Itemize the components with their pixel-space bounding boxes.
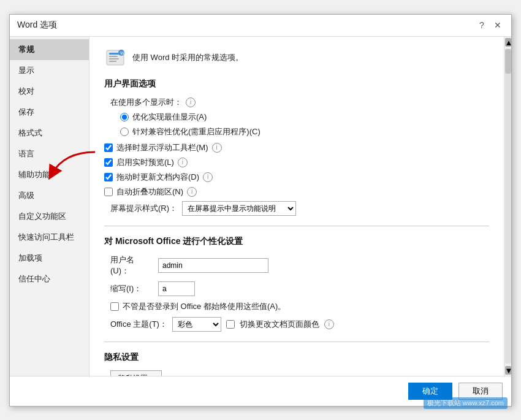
theme-label: Office 主题(T)：	[110, 319, 167, 330]
username-input[interactable]	[158, 258, 268, 273]
privacy-section-title: 隐私设置	[104, 352, 489, 363]
floating-toolbar-row: 选择时显示浮动工具栏(M) i	[104, 142, 489, 153]
multi-display-label-row: 在使用多个显示时： i	[110, 97, 489, 108]
sidebar-item-language[interactable]: 语言	[10, 143, 89, 164]
sidebar-item-accessibility[interactable]: 辅助功能	[10, 164, 89, 185]
radio-compat[interactable]	[120, 128, 129, 136]
radio-compat-row: 针对兼容性优化(需重启应用程序)(C)	[110, 126, 489, 137]
svg-rect-3	[109, 58, 119, 59]
ui-section-title: 用户界面选项	[104, 78, 489, 90]
scrollbar-track	[505, 49, 511, 364]
ok-button[interactable]: 确定	[408, 383, 452, 400]
content-area: 常规 显示 校对 保存 格式式 语言 辅助功能 高级 自定义功能区 快速访问工具…	[10, 37, 511, 376]
floating-toolbar-info-icon[interactable]: i	[212, 143, 222, 153]
multi-display-info-icon[interactable]: i	[186, 97, 196, 107]
theme-select[interactable]: 彩色 深灰色 黑色 白色	[172, 317, 221, 332]
live-preview-info-icon[interactable]: i	[178, 158, 188, 167]
initials-label: 缩写(I)：	[110, 283, 153, 294]
screen-tip-label: 屏幕提示样式(R)：	[110, 203, 177, 214]
sidebar-item-save[interactable]: 保存	[10, 102, 89, 123]
screen-tip-row: 屏幕提示样式(R)： 在屏幕提示中显示功能说明 不在屏幕提示中显示功能说明 不显…	[104, 201, 489, 216]
panel-icon: W	[104, 47, 126, 69]
checkbox-live-preview[interactable]	[104, 158, 113, 167]
multi-display-label: 在使用多个显示时：	[110, 97, 182, 108]
collapse-ribbon-row: 自动折叠功能区(N) i	[104, 186, 489, 197]
privacy-btn-wrapper: 隐私设置...	[104, 370, 489, 376]
sidebar-item-format[interactable]: 格式式	[10, 123, 89, 143]
section-divider-1	[104, 226, 489, 226]
sidebar-item-quick-access[interactable]: 快速访问工具栏	[10, 227, 89, 248]
radio-compat-label: 针对兼容性优化(需重启应用程序)(C)	[132, 126, 260, 137]
page-color-label: 切换更改文档页面颜色	[240, 319, 319, 330]
main-panel: W 使用 Word 时采用的常规选项。 用户界面选项 在使用多个显示时： i	[89, 37, 504, 376]
checkbox-change-page-color[interactable]	[226, 320, 235, 329]
checkbox-update-content[interactable]	[104, 173, 113, 181]
sidebar-item-addins[interactable]: 加载项	[10, 248, 89, 269]
sidebar-item-proofing[interactable]: 校对	[10, 81, 89, 102]
radio-optimize-row: 优化实现最佳显示(A)	[110, 112, 489, 123]
sidebar-item-customize-ribbon[interactable]: 自定义功能区	[10, 206, 89, 227]
title-bar: Word 选项 ? ✕	[10, 15, 511, 37]
live-preview-label: 启用实时预览(L)	[116, 157, 174, 168]
bottom-bar: 确定 取消	[10, 376, 511, 406]
update-content-row: 拖动时更新文档内容(D) i	[104, 172, 489, 183]
collapse-ribbon-label: 自动折叠功能区(N)	[116, 186, 183, 197]
theme-row: Office 主题(T)： 彩色 深灰色 黑色 白色 切换更改文档页面颜色 i	[104, 317, 489, 332]
initials-row: 缩写(I)：	[104, 281, 489, 296]
dialog-title: Word 选项	[17, 20, 57, 31]
checkbox-floating-toolbar[interactable]	[104, 143, 113, 152]
svg-rect-4	[109, 61, 116, 62]
scrollbar-down[interactable]: ▼	[505, 366, 511, 375]
always-use-row: 不管是否登录到 Office 都始终使用这些值(A)。	[104, 301, 489, 312]
sidebar-item-advanced[interactable]: 高级	[10, 185, 89, 206]
close-button[interactable]: ✕	[492, 19, 504, 31]
live-preview-row: 启用实时预览(L) i	[104, 157, 489, 168]
scrollbar-up[interactable]: ▲	[505, 38, 511, 47]
privacy-settings-button[interactable]: 隐私设置...	[110, 370, 162, 376]
svg-rect-2	[109, 56, 118, 57]
username-label: 用户名(U)：	[110, 254, 153, 277]
sidebar-item-display[interactable]: 显示	[10, 60, 89, 81]
scrollbar-thumb[interactable]	[505, 49, 511, 74]
sidebar: 常规 显示 校对 保存 格式式 语言 辅助功能 高级 自定义功能区 快速访问工具…	[10, 37, 89, 376]
panel-header: W 使用 Word 时采用的常规选项。	[104, 47, 489, 69]
radio-optimize[interactable]	[120, 113, 129, 121]
title-bar-controls: ? ✕	[476, 19, 504, 31]
update-content-label: 拖动时更新文档内容(D)	[116, 172, 199, 183]
radio-optimize-label: 优化实现最佳显示(A)	[132, 112, 207, 123]
username-row: 用户名(U)：	[104, 254, 489, 277]
update-content-info-icon[interactable]: i	[203, 172, 213, 182]
collapse-ribbon-info-icon[interactable]: i	[187, 187, 197, 197]
section-divider-2	[104, 342, 489, 342]
personalize-section-title: 对 Microsoft Office 进行个性化设置	[104, 236, 489, 247]
checkbox-collapse-ribbon[interactable]	[104, 188, 113, 196]
help-button[interactable]: ?	[476, 19, 488, 31]
cancel-button[interactable]: 取消	[458, 383, 503, 400]
page-color-info-icon[interactable]: i	[324, 319, 334, 329]
initials-input[interactable]	[158, 281, 195, 296]
screen-tip-select[interactable]: 在屏幕提示中显示功能说明 不在屏幕提示中显示功能说明 不显示屏幕提示	[182, 201, 296, 216]
sidebar-item-trust-center[interactable]: 信任中心	[10, 269, 89, 289]
multi-display-group: 在使用多个显示时： i 优化实现最佳显示(A) 针对兼容性优化(需重启应用程序)…	[104, 97, 489, 137]
floating-toolbar-label: 选择时显示浮动工具栏(M)	[116, 142, 208, 153]
checkbox-always-use[interactable]	[110, 302, 119, 311]
sidebar-item-general[interactable]: 常规	[10, 39, 89, 60]
scrollbar[interactable]: ▲ ▼	[504, 37, 511, 376]
panel-description: 使用 Word 时采用的常规选项。	[132, 52, 243, 63]
always-use-label: 不管是否登录到 Office 都始终使用这些值(A)。	[123, 301, 286, 312]
svg-text:W: W	[120, 51, 124, 55]
